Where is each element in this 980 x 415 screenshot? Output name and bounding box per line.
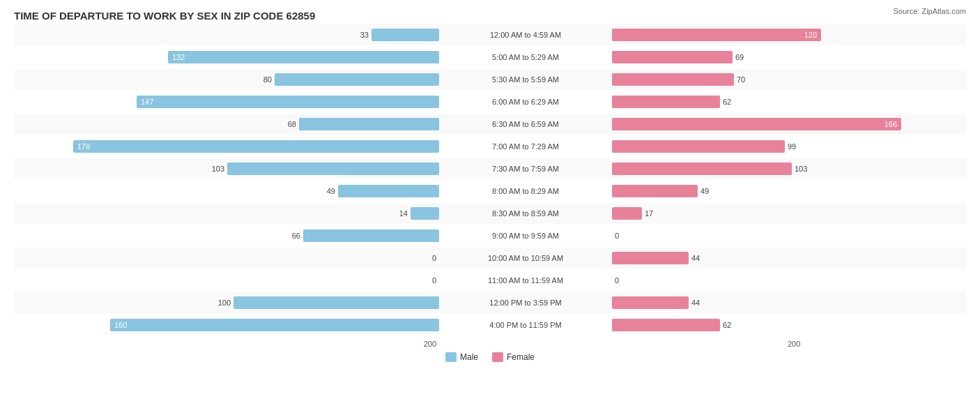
time-label: 7:30 AM to 7:59 AM [439, 165, 612, 173]
female-bar: 120 [612, 29, 821, 41]
chart-row: 148:30 AM to 8:59 AM17 [14, 203, 966, 224]
left-section: 33 [14, 27, 439, 43]
male-value: 0 [432, 276, 436, 285]
right-section: 44 [612, 294, 966, 311]
male-bar: 160 [110, 319, 439, 331]
time-label: 9:00 AM to 9:59 AM [439, 232, 612, 240]
time-label: 12:00 PM to 3:59 PM [439, 299, 612, 307]
time-label: 12:00 AM to 4:59 AM [439, 31, 612, 39]
chart-row: 10012:00 PM to 3:59 PM44 [14, 292, 966, 313]
female-bar [612, 207, 642, 220]
axis-right-label: 200 [788, 340, 800, 348]
female-bar: 166 [612, 118, 901, 130]
left-section: 147 [14, 93, 439, 110]
female-value: 44 [691, 254, 700, 262]
right-section: 44 [612, 250, 966, 266]
male-bar [411, 207, 439, 220]
chart-row: 1325:00 AM to 5:29 AM69 [14, 47, 966, 68]
female-value: 44 [691, 299, 700, 307]
female-bar [612, 140, 785, 153]
axis-left-label: 200 [14, 340, 439, 348]
right-section: 0 [612, 227, 966, 244]
time-label: 5:30 AM to 5:59 AM [439, 75, 612, 84]
chart-body: 3312:00 AM to 4:59 AM1201325:00 AM to 5:… [14, 24, 966, 337]
male-bar: 132 [168, 51, 439, 63]
male-bar [303, 229, 439, 242]
female-bar [612, 296, 689, 309]
left-section: 68 [14, 116, 439, 133]
left-section: 160 [14, 317, 439, 333]
female-bar [612, 163, 792, 175]
chart-row: 011:00 AM to 11:59 AM0 [14, 270, 966, 291]
right-section: 17 [612, 205, 966, 222]
legend-female: Female [492, 352, 535, 362]
left-section: 80 [14, 71, 439, 88]
male-bar [299, 118, 439, 130]
legend-male-label: Male [460, 352, 478, 362]
chart-container: TIME OF DEPARTURE TO WORK BY SEX IN ZIP … [14, 7, 966, 362]
female-value: 99 [788, 142, 796, 151]
left-section: 0 [14, 272, 439, 289]
female-bar [612, 51, 733, 63]
chart-row: 498:00 AM to 8:29 AM49 [14, 181, 966, 202]
male-value: 103 [212, 165, 224, 173]
left-section: 103 [14, 160, 439, 177]
legend-female-box [492, 352, 503, 362]
female-bar [612, 73, 734, 86]
chart-row: 010:00 AM to 10:59 AM44 [14, 248, 966, 269]
female-value: 70 [737, 75, 745, 84]
left-section: 14 [14, 205, 439, 222]
male-value: 0 [432, 254, 436, 262]
chart-row: 3312:00 AM to 4:59 AM120 [14, 24, 966, 45]
male-value: 68 [288, 120, 296, 128]
time-label: 10:00 AM to 10:59 AM [439, 254, 612, 262]
legend-male-box [445, 352, 457, 362]
legend-male: Male [445, 352, 478, 362]
female-bar [612, 96, 720, 108]
right-section: 69 [612, 49, 966, 66]
male-bar [338, 185, 439, 197]
male-bar: 178 [73, 140, 439, 153]
chart-row: 1604:00 PM to 11:59 PM62 [14, 315, 966, 335]
source-label: Source: ZipAtlas.com [893, 7, 966, 15]
left-section: 132 [14, 49, 439, 66]
right-section: 70 [612, 71, 966, 88]
time-label: 5:00 AM to 5:29 AM [439, 53, 612, 61]
left-section: 0 [14, 250, 439, 266]
time-label: 8:00 AM to 8:29 AM [439, 187, 612, 195]
female-bar [612, 185, 698, 197]
left-section: 100 [14, 294, 439, 311]
male-bar [233, 296, 439, 309]
time-label: 7:00 AM to 7:29 AM [439, 142, 612, 151]
male-value: 80 [263, 75, 272, 84]
female-value: 103 [795, 165, 807, 173]
female-value: 0 [615, 276, 619, 285]
male-bar [372, 29, 439, 41]
chart-row: 669:00 AM to 9:59 AM0 [14, 225, 966, 246]
female-value: 17 [645, 209, 653, 218]
time-label: 11:00 AM to 11:59 AM [439, 276, 612, 285]
left-section: 66 [14, 227, 439, 244]
female-value: 62 [723, 98, 731, 106]
female-value: 62 [723, 321, 731, 329]
male-value: 33 [360, 31, 369, 39]
chart-title: TIME OF DEPARTURE TO WORK BY SEX IN ZIP … [14, 10, 315, 22]
axis-row: 200 200 [14, 340, 966, 348]
chart-row: 1037:30 AM to 7:59 AM103 [14, 158, 966, 179]
chart-row: 805:30 AM to 5:59 AM70 [14, 69, 966, 90]
left-section: 49 [14, 183, 439, 199]
male-value: 100 [218, 299, 231, 307]
chart-row: 1476:00 AM to 6:29 AM62 [14, 91, 966, 112]
right-section: 62 [612, 93, 966, 110]
right-section: 99 [612, 138, 966, 155]
male-value: 66 [292, 232, 300, 240]
male-value: 49 [327, 187, 335, 195]
male-value: 14 [399, 209, 408, 218]
right-section: 103 [612, 160, 966, 177]
female-bar [612, 319, 720, 331]
chart-row: 686:30 AM to 6:59 AM166 [14, 114, 966, 135]
right-section: 166 [612, 116, 966, 133]
chart-row: 1787:00 AM to 7:29 AM99 [14, 136, 966, 157]
female-value: 49 [700, 187, 709, 195]
female-bar [612, 252, 689, 264]
